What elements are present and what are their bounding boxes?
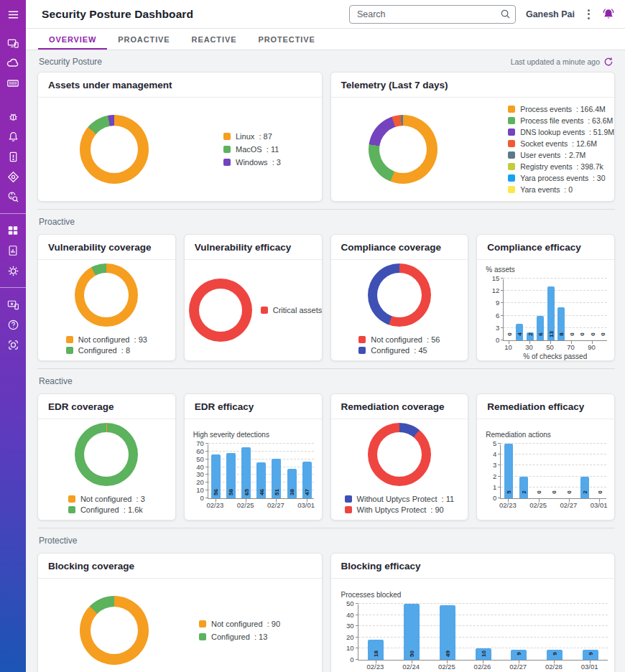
legend-swatch <box>223 159 231 166</box>
legend-item[interactable]: Windows : 3 <box>223 158 322 167</box>
legend-swatch <box>508 106 515 113</box>
legend-item[interactable]: DNS lookup events : 51.9M <box>508 128 614 136</box>
remediation-coverage-donut-chart[interactable] <box>368 423 431 486</box>
endpoints-icon[interactable] <box>0 33 26 53</box>
legend-item[interactable]: MacOS : 11 <box>223 145 322 154</box>
legend-item[interactable]: Yara process events : 30 <box>508 174 614 182</box>
legend-item[interactable]: With Uptycs Protect : 90 <box>345 505 455 514</box>
legend-label: Not configured : 90 <box>211 620 280 628</box>
legend-label: Without Uptycs Protect : 11 <box>357 495 455 503</box>
tab-reactive[interactable]: REACTIVE <box>181 29 248 50</box>
legend-item[interactable]: Registry events : 398.7k <box>508 162 614 171</box>
search-input[interactable] <box>349 5 516 24</box>
compliance-coverage-donut-chart[interactable] <box>368 263 431 327</box>
card-title: Compliance efficacy <box>477 235 614 260</box>
legend-item[interactable]: Socket events : 12.6M <box>508 139 614 148</box>
legend-item[interactable]: Configured : 1.6k <box>68 505 145 514</box>
containers-icon[interactable] <box>0 73 26 93</box>
legend-label: DNS lookup events : 51.9M <box>520 128 614 136</box>
legend-label: Not configured : 93 <box>78 335 147 344</box>
legend-swatch <box>261 307 268 314</box>
section-label-reactive: Reactive <box>39 376 73 386</box>
more-options-icon[interactable] <box>584 6 593 22</box>
edr-coverage-donut-chart[interactable] <box>75 423 138 486</box>
compliance-efficacy-bar-chart[interactable]: % assets03691215042613800001030507090% o… <box>484 266 607 360</box>
vulnerability-efficacy-donut-chart[interactable] <box>189 279 252 342</box>
top-header: Security Posture Dashboard Ganesh Pai <box>26 0 625 29</box>
card-assets-under-management: Assets under management Linux : 87MacOS … <box>37 72 323 202</box>
legend-label: Socket events : 12.6M <box>520 139 597 148</box>
settings-gear-icon[interactable] <box>0 261 26 281</box>
legend-swatch <box>199 620 206 627</box>
legend-item[interactable]: Not configured : 93 <box>66 335 147 344</box>
compass-icon[interactable] <box>0 167 26 187</box>
vulnerability-coverage-legend: Not configured : 93Configured : 8 <box>66 333 147 357</box>
section-label-security-posture: Security Posture <box>39 57 102 67</box>
legend-item[interactable]: Critical assets : 8 <box>261 306 323 314</box>
legend-item[interactable]: Without Uptycs Protect : 11 <box>345 495 455 503</box>
card-title: Remediation coverage <box>331 394 468 419</box>
legend-swatch <box>508 151 515 159</box>
legend-label: Yara events : 0 <box>520 185 573 194</box>
incidents-icon[interactable] <box>0 146 26 167</box>
legend-swatch <box>223 133 231 140</box>
legend-label: Configured : 45 <box>371 346 427 355</box>
legend-label: Configured : 8 <box>78 346 130 355</box>
legend-label: Linux : 87 <box>236 132 272 141</box>
assets-donut-chart[interactable] <box>80 115 149 184</box>
legend-label: Critical assets : 8 <box>273 306 323 314</box>
legend-item[interactable]: Not configured : 3 <box>68 495 145 503</box>
legend-item[interactable]: Configured : 45 <box>358 346 440 355</box>
legend-item[interactable]: Process file events : 63.6M <box>508 116 614 125</box>
blocking-coverage-donut-chart[interactable] <box>80 596 149 665</box>
legend-item[interactable]: Not configured : 56 <box>358 335 440 344</box>
legend-swatch <box>508 174 515 182</box>
card-remediation-coverage: Remediation coverage Without Uptycs Prot… <box>330 393 469 521</box>
telemetry-donut-chart[interactable] <box>369 115 438 184</box>
card-compliance-coverage: Compliance coverage Not configured : 56C… <box>330 234 469 361</box>
last-updated-text: Last updated a minute ago <box>511 57 600 66</box>
refresh-icon[interactable] <box>603 57 614 67</box>
focus-target-icon[interactable] <box>0 335 26 355</box>
legend-item[interactable]: Linux : 87 <box>223 132 322 141</box>
card-title: Vulnerability efficacy <box>185 235 322 260</box>
legend-item[interactable]: Configured : 8 <box>66 346 147 355</box>
dashboard-content: Security Posture Last updated a minute a… <box>26 50 625 672</box>
dashboards-icon[interactable] <box>0 220 26 241</box>
tab-proactive[interactable]: PROACTIVE <box>107 29 180 50</box>
threat-research-icon[interactable] <box>0 187 26 207</box>
help-icon[interactable] <box>0 314 26 335</box>
tab-overview[interactable]: OVERVIEW <box>38 29 107 50</box>
legend-item[interactable]: Yara events : 0 <box>508 185 614 194</box>
tab-protective[interactable]: PROTECTIVE <box>247 29 325 50</box>
card-title: EDR efficacy <box>185 394 322 419</box>
device-onboarding-icon[interactable] <box>0 294 26 314</box>
card-title: Remediation efficacy <box>477 394 614 419</box>
legend-item[interactable]: Not configured : 90 <box>199 620 322 628</box>
legend-label: Configured : 13 <box>211 633 267 641</box>
card-title: Compliance coverage <box>331 235 468 260</box>
vulnerability-coverage-donut-chart[interactable] <box>75 263 138 327</box>
reports-icon[interactable] <box>0 241 26 261</box>
edr-efficacy-bar-chart[interactable]: High severity detections0102030405060705… <box>192 431 315 508</box>
compliance-coverage-legend: Not configured : 56Configured : 45 <box>358 333 440 357</box>
legend-label: Yara process events : 30 <box>520 174 605 182</box>
remediation-efficacy-bar-chart[interactable]: Remediation actions012345520002002/2302/… <box>484 431 607 508</box>
assets-legend: Linux : 87MacOS : 11Windows : 3 <box>190 130 322 169</box>
legend-swatch <box>199 633 206 640</box>
alerts-bell-icon[interactable] <box>0 126 26 146</box>
menu-icon[interactable] <box>0 0 26 29</box>
legend-swatch <box>508 186 515 193</box>
legend-item[interactable]: Process events : 166.4M <box>508 105 614 113</box>
legend-item[interactable]: Configured : 13 <box>199 633 322 641</box>
cloud-icon[interactable] <box>0 53 26 73</box>
tab-bar: OVERVIEW PROACTIVE REACTIVE PROTECTIVE <box>26 29 625 50</box>
legend-label: Not configured : 56 <box>371 335 440 344</box>
search-icon[interactable] <box>500 9 511 19</box>
notifications-bell-icon[interactable] <box>601 7 616 22</box>
user-menu[interactable]: Ganesh Pai <box>526 9 575 19</box>
legend-item[interactable]: User events : 2.7M <box>508 151 614 159</box>
legend-swatch <box>66 336 73 343</box>
blocking-efficacy-bar-chart[interactable]: Processes blocked01020304050185049109990… <box>340 591 606 670</box>
malware-bug-icon[interactable] <box>0 106 26 126</box>
